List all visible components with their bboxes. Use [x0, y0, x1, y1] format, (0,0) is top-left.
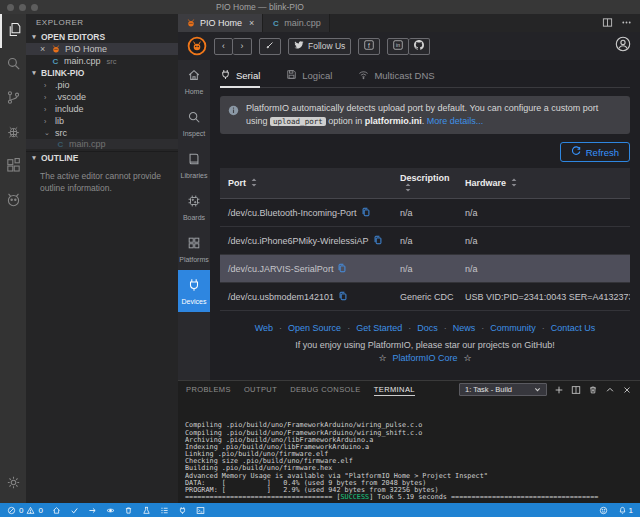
tree-item[interactable]: › include — [26, 103, 178, 115]
copy-port-icon[interactable] — [338, 291, 348, 301]
github-button[interactable] — [409, 38, 430, 55]
tab-serial[interactable]: Serial — [220, 69, 260, 87]
tree-item[interactable]: › .pio — [26, 79, 178, 91]
outline-section-header[interactable]: ▾ OUTLINE — [26, 151, 178, 163]
footer-link[interactable]: Get Started — [341, 323, 402, 333]
serial-port-row[interactable]: /dev/cu.usbmodem142101 Generic CDC USB V… — [220, 283, 630, 311]
activity-platformio-button[interactable] — [0, 184, 26, 218]
serial-port-row[interactable]: /dev/cu.JARVIS-SerialPort n/a n/a — [220, 255, 630, 283]
column-header-hardware[interactable]: Hardware — [457, 168, 630, 199]
activity-extensions-button[interactable] — [0, 150, 26, 184]
tab-multicast-dns[interactable]: Multicast DNS — [358, 69, 434, 87]
close-panel-icon[interactable] — [622, 385, 632, 395]
tab-pio-home[interactable]: PIO Home × — [178, 14, 263, 32]
pio-nav-boards[interactable]: Boards — [178, 186, 210, 228]
cpp-file-icon: C — [271, 19, 280, 28]
close-tab-icon[interactable]: × — [249, 18, 254, 28]
footer-link[interactable]: Docs — [402, 323, 438, 333]
activity-settings-button[interactable] — [0, 467, 26, 501]
split-editor-icon[interactable] — [602, 14, 613, 32]
tree-item[interactable]: › .vscode — [26, 91, 178, 103]
platformio-core-link[interactable]: PlatformIO Core — [392, 353, 457, 363]
bottom-panel: PROBLEMS OUTPUT DEBUG CONSOLE TERMINAL 1… — [178, 380, 640, 503]
tab-logical[interactable]: Logical — [286, 69, 332, 87]
pio-upload-arrow-icon[interactable] — [88, 506, 97, 515]
footer-link[interactable]: Web — [255, 323, 273, 333]
footer-link[interactable]: Open Source — [273, 323, 341, 333]
pio-serial-monitor-plug-icon[interactable] — [178, 506, 187, 515]
pio-nav-libraries[interactable]: Libraries — [178, 144, 210, 186]
tab-output[interactable]: OUTPUT — [244, 381, 277, 398]
pio-clean-trash-icon[interactable] — [124, 506, 133, 515]
follow-us-label: Follow Us — [308, 41, 345, 51]
footer-link[interactable]: Contact Us — [536, 323, 596, 333]
refresh-icon — [571, 146, 581, 158]
svg-text:f: f — [368, 42, 370, 49]
pio-build-check-icon[interactable] — [70, 506, 79, 515]
linkedin-button[interactable]: in — [387, 38, 409, 55]
follow-us-button[interactable]: Follow Us — [288, 38, 351, 55]
activity-search-button[interactable] — [0, 48, 26, 82]
column-header-description[interactable]: Description — [392, 168, 457, 199]
footer-link[interactable]: Community — [475, 323, 536, 333]
project-section-header[interactable]: ▾ BLINK-PIO — [26, 67, 178, 79]
tree-item[interactable]: › lib — [26, 115, 178, 127]
serial-port-row[interactable]: /dev/cu.iPhone6PMiky-WirelessiAP n/a n/a — [220, 227, 630, 255]
split-terminal-icon[interactable] — [571, 385, 581, 395]
pio-nav-inspect[interactable]: Inspect — [178, 102, 210, 144]
terminal-output[interactable]: Compiling .pio/build/uno/FrameworkArduin… — [178, 398, 640, 503]
copy-port-icon[interactable] — [373, 235, 383, 245]
column-header-port[interactable]: Port — [220, 168, 392, 199]
feedback-smiley-icon[interactable] — [599, 506, 608, 515]
problems-indicator[interactable]: 0 0 — [7, 506, 43, 515]
activity-source-control-button[interactable] — [0, 82, 26, 116]
refresh-button[interactable]: Refresh — [560, 142, 630, 162]
file-tree: › .pio › .vscode › include › — [26, 79, 178, 139]
facebook-button[interactable]: f — [358, 38, 380, 55]
footer-link[interactable]: News — [438, 323, 476, 333]
tab-terminal[interactable]: TERMINAL — [374, 381, 415, 398]
search-icon — [5, 55, 22, 76]
terminal-selector-dropdown[interactable]: 1: Task - Build — [459, 383, 547, 396]
port-cell: /dev/cu.JARVIS-SerialPort — [220, 255, 392, 283]
tab-debug-console[interactable]: DEBUG CONSOLE — [290, 381, 361, 398]
tab-problems[interactable]: PROBLEMS — [186, 381, 231, 398]
pencil-button[interactable] — [259, 38, 281, 55]
explorer-sidebar: EXPLORER ▾ OPEN EDITORS × PIO Home C mai… — [26, 14, 178, 503]
account-button[interactable] — [615, 36, 631, 56]
copy-port-icon[interactable] — [361, 207, 371, 217]
more-details-link[interactable]: More details... — [427, 116, 484, 126]
pio-terminal-icon[interactable] — [196, 506, 205, 515]
new-terminal-icon[interactable] — [554, 385, 564, 395]
pio-tasks-list-icon[interactable] — [160, 506, 169, 515]
maximize-panel-chevron-icon[interactable] — [605, 385, 615, 395]
pio-nav-platforms[interactable]: Platforms — [178, 228, 210, 270]
open-editor-main-cpp[interactable]: C main.cpp src — [26, 55, 178, 67]
eye-icon[interactable] — [106, 506, 115, 515]
activity-explorer-button[interactable] — [0, 14, 26, 48]
tree-item-label: .pio — [55, 80, 70, 90]
upload-port-info-banner: PlatformIO automatically detects upload … — [220, 96, 630, 134]
port-cell: /dev/cu.usbmodem142101 — [220, 283, 392, 311]
close-editor-icon[interactable]: × — [40, 44, 47, 54]
tab-label: main.cpp — [284, 18, 321, 28]
serial-port-row[interactable]: /dev/cu.Bluetooth-Incoming-Port n/a n/a — [220, 199, 630, 227]
tree-item-main-cpp-selected[interactable]: C main.cpp — [26, 139, 178, 149]
open-editor-pio-home[interactable]: × PIO Home — [26, 43, 178, 55]
activity-run-debug-button[interactable] — [0, 116, 26, 150]
outline-message: The active editor cannot provide outline… — [26, 163, 178, 194]
pio-nav-devices[interactable]: Devices — [178, 270, 210, 312]
pio-nav-home[interactable]: Home — [178, 60, 210, 102]
tree-item[interactable]: ⌄ src — [26, 127, 178, 139]
notifications-bell[interactable]: 1 — [618, 506, 633, 515]
tab-main-cpp[interactable]: C main.cpp — [263, 14, 330, 32]
nav-forward-button[interactable]: › — [233, 38, 252, 55]
platformio-ant-icon — [51, 44, 61, 54]
kill-terminal-trash-icon[interactable] — [588, 385, 598, 395]
pio-test-flask-icon[interactable] — [142, 506, 151, 515]
nav-back-button[interactable]: ‹ — [214, 38, 233, 55]
more-actions-icon[interactable] — [621, 14, 632, 32]
open-editors-section-header[interactable]: ▾ OPEN EDITORS — [26, 31, 178, 43]
copy-port-icon[interactable] — [337, 263, 347, 273]
pio-home-icon[interactable] — [52, 506, 61, 515]
